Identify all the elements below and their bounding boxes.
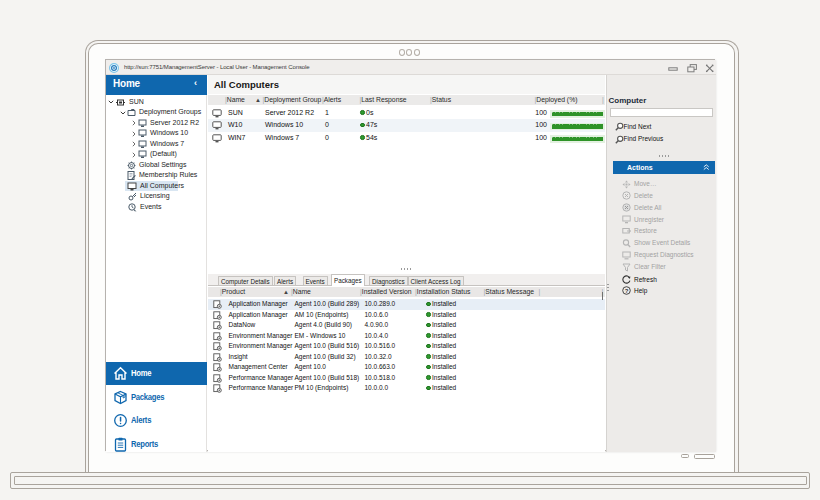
svg-text:?: ? (625, 288, 629, 294)
